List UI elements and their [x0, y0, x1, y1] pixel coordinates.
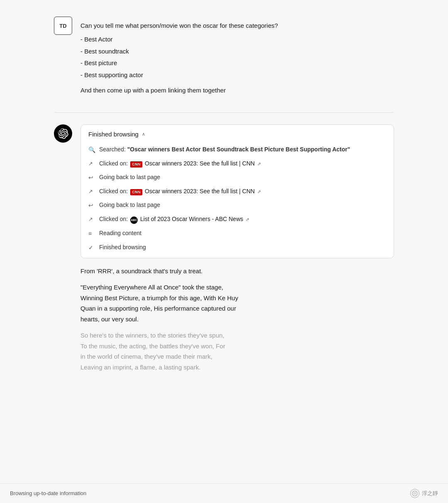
browsing-status: Browsing up-to-date information: [10, 490, 86, 496]
user-content: Can you tell me what person/movie won th…: [80, 17, 278, 99]
ai-response-text: From 'RRR', a soundtrack that's truly a …: [80, 266, 394, 373]
user-follow-up: And then come up with a poem linking the…: [80, 85, 278, 96]
browsing-header[interactable]: Finished browsing ∧: [81, 125, 394, 143]
list-item: Best Actor: [80, 34, 278, 45]
openai-icon: [58, 128, 68, 139]
cursor-icon-3: ↗: [88, 215, 95, 224]
poem-stanza1: "Everything Everywhere All at Once" took…: [80, 282, 394, 324]
svg-point-0: [412, 491, 417, 496]
back-icon-1: ↩: [88, 173, 95, 182]
chevron-up-icon: ∧: [142, 131, 145, 137]
user-question: Can you tell me what person/movie won th…: [80, 21, 278, 31]
cnn-link-1[interactable]: Oscar winners 2023: See the full list | …: [145, 160, 255, 167]
browsing-panel: Finished browsing ∧ 🔍 Searched: "Oscar w…: [80, 124, 394, 258]
reading-icon: ≡: [88, 229, 95, 238]
user-avatar: TD: [54, 17, 72, 35]
abc-link[interactable]: List of 2023 Oscar Winners - ABC News: [140, 216, 243, 222]
watermark-text: 浮之靜: [422, 490, 438, 497]
cnn-badge-2: CNN: [130, 189, 142, 196]
external-link-icon-1: ⇗: [257, 161, 261, 166]
external-link-icon-3: ⇗: [246, 217, 249, 222]
browse-finished-text: Finished browsing: [99, 243, 146, 252]
browse-back-item-2: ↩ Going back to last page: [88, 201, 386, 210]
checkmark-icon: ✓: [88, 243, 95, 252]
browse-back-text-2: Going back to last page: [99, 201, 160, 209]
browsing-header-text: Finished browsing: [88, 131, 139, 138]
browse-back-text-1: Going back to last page: [99, 173, 160, 182]
browse-click-item-3: ↗ Clicked on: ABC List of 2023 Oscar Win…: [88, 215, 386, 224]
watermark: 浮之靜: [410, 489, 438, 498]
ai-avatar: [54, 124, 72, 143]
ai-message: Finished browsing ∧ 🔍 Searched: "Oscar w…: [54, 124, 394, 379]
browse-finished-item: ✓ Finished browsing: [88, 243, 386, 252]
browse-click-item-1: ↗ Clicked on: CNN Oscar winners 2023: Se…: [88, 159, 386, 168]
cnn-badge-1: CNN: [130, 161, 142, 168]
list-item: Best supporting actor: [80, 70, 278, 80]
browse-search-text: Searched: "Oscar winners Best Actor Best…: [99, 145, 350, 154]
browse-click-text-2: Clicked on: CNN Oscar winners 2023: See …: [99, 187, 261, 196]
message-divider: [54, 112, 394, 113]
poem-partial: From 'RRR', a soundtrack that's truly a …: [80, 266, 394, 277]
list-item: Best soundtrack: [80, 46, 278, 57]
browse-click-text-3: Clicked on: ABC List of 2023 Oscar Winne…: [99, 215, 249, 224]
external-link-icon-2: ⇗: [257, 189, 261, 194]
browse-back-item-1: ↩ Going back to last page: [88, 173, 386, 182]
browse-click-text-1: Clicked on: CNN Oscar winners 2023: See …: [99, 159, 261, 168]
bottom-bar: Browsing up-to-date information 浮之靜: [0, 483, 448, 503]
watermark-icon: [410, 489, 419, 498]
cursor-icon-2: ↗: [88, 187, 95, 196]
ai-response-content: Finished browsing ∧ 🔍 Searched: "Oscar w…: [80, 124, 394, 379]
back-icon-2: ↩: [88, 201, 95, 210]
search-icon: 🔍: [88, 146, 95, 154]
cnn-link-2[interactable]: Oscar winners 2023: See the full list | …: [145, 188, 255, 194]
search-query: "Oscar winners Best Actor Best Soundtrac…: [127, 146, 350, 153]
browse-reading-text: Reading content: [99, 229, 141, 238]
list-item: Best picture: [80, 58, 278, 68]
browse-search-item: 🔍 Searched: "Oscar winners Best Actor Be…: [88, 145, 386, 154]
poem-stanza2: So here's to the winners, to the stories…: [80, 330, 394, 372]
categories-list: Best Actor Best soundtrack Best picture …: [80, 34, 278, 80]
cursor-icon: ↗: [88, 160, 95, 168]
browsing-items-list: 🔍 Searched: "Oscar winners Best Actor Be…: [81, 143, 394, 258]
browse-reading-item: ≡ Reading content: [88, 229, 386, 238]
user-message: TD Can you tell me what person/movie won…: [54, 17, 394, 99]
abc-badge: ABC: [130, 216, 138, 224]
browse-click-item-2: ↗ Clicked on: CNN Oscar winners 2023: Se…: [88, 187, 386, 196]
